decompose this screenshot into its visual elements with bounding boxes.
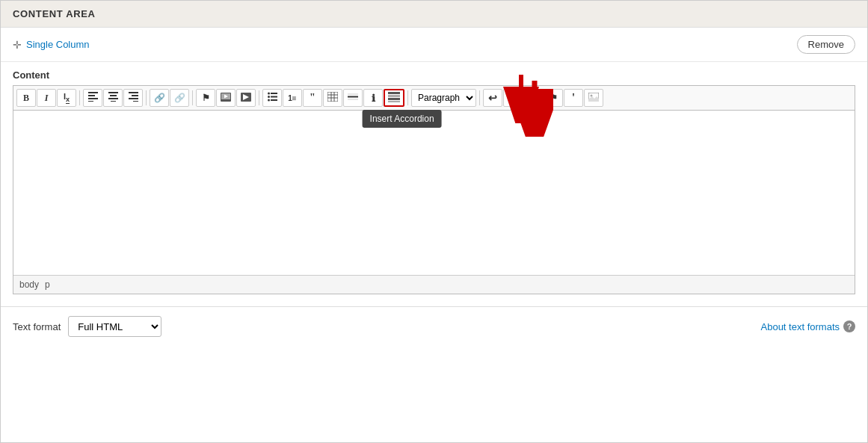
svg-rect-5 xyxy=(88,101,93,102)
image-button[interactable] xyxy=(584,89,603,107)
svg-rect-20 xyxy=(271,93,277,94)
italic-button[interactable]: I xyxy=(37,89,56,107)
outer-container: CONTENT AREA ✛ Single Column Remove Cont… xyxy=(0,0,868,443)
accordion-icon xyxy=(388,92,400,105)
svg-point-21 xyxy=(268,96,270,98)
svg-rect-8 xyxy=(108,98,118,99)
about-text-formats[interactable]: About text formats ? xyxy=(761,320,856,332)
svg-rect-36 xyxy=(388,101,400,102)
editor-body[interactable] xyxy=(13,111,855,275)
about-text-formats-label: About text formats xyxy=(761,321,840,332)
ordered-list-icon: 1≡ xyxy=(288,94,296,102)
flag2-button[interactable]: ⚑ xyxy=(544,89,563,107)
content-label: Content xyxy=(13,62,855,85)
content-section: Content B I Ix xyxy=(1,62,867,306)
svg-rect-6 xyxy=(108,92,118,93)
separator-6 xyxy=(479,90,480,105)
italic-icon: I xyxy=(45,93,49,104)
anchor-icon: ⚑ xyxy=(202,93,210,103)
align-left-button[interactable] xyxy=(83,89,102,107)
embed1-icon xyxy=(221,93,231,104)
accordion-button[interactable] xyxy=(384,89,404,107)
content-area-header: CONTENT AREA xyxy=(1,1,867,28)
content-area-title: CONTENT AREA xyxy=(13,8,96,19)
link-button[interactable]: 🔗 xyxy=(150,89,169,107)
svg-rect-22 xyxy=(271,96,277,98)
svg-rect-25 xyxy=(327,92,338,102)
undo-button[interactable]: ↩ xyxy=(483,89,502,107)
single-column-row: ✛ Single Column Remove xyxy=(1,28,867,62)
paragraph-select[interactable]: Paragraph Heading 1 Heading 2 Heading 3 xyxy=(411,89,476,107)
strikethrough-button[interactable]: Ix xyxy=(57,89,76,107)
quote-button[interactable]: ' xyxy=(564,89,583,107)
bullet-list-button[interactable] xyxy=(262,89,282,107)
embed2-button[interactable] xyxy=(236,89,256,107)
text-format-row: Text format Full HTML Basic HTML Plain t… xyxy=(1,306,867,346)
editor-container: B I Ix xyxy=(13,85,855,294)
separator-4 xyxy=(259,90,259,105)
svg-point-19 xyxy=(268,93,270,95)
align-right-button[interactable] xyxy=(123,89,143,107)
align-left-icon xyxy=(88,92,98,104)
svg-rect-7 xyxy=(110,95,117,96)
unlink-button[interactable]: 🔗 xyxy=(170,89,189,107)
svg-rect-4 xyxy=(88,98,98,99)
svg-point-23 xyxy=(268,99,270,102)
embed2-icon xyxy=(241,93,251,104)
undo-icon: ↩ xyxy=(488,92,497,104)
separator-1 xyxy=(79,90,80,105)
single-column-label[interactable]: ✛ Single Column xyxy=(13,39,90,51)
anchor-button[interactable]: ⚑ xyxy=(196,89,215,107)
ordered-list-button[interactable]: 1≡ xyxy=(283,89,302,107)
bullet-list-icon xyxy=(268,92,277,104)
svg-rect-2 xyxy=(88,92,98,93)
table-icon xyxy=(327,92,338,104)
svg-rect-33 xyxy=(388,92,400,94)
svg-rect-35 xyxy=(388,98,400,100)
separator-5 xyxy=(407,90,408,105)
svg-rect-24 xyxy=(271,99,277,101)
align-center-icon xyxy=(108,92,118,104)
align-right-icon xyxy=(129,92,138,104)
accordion-container: Insert Accordion xyxy=(384,89,404,107)
bold-button[interactable]: B xyxy=(16,89,36,107)
bold-icon: B xyxy=(23,93,29,104)
svg-rect-3 xyxy=(88,95,95,96)
text-format-label: Text format xyxy=(13,321,61,332)
flag2-icon: ⚑ xyxy=(550,93,558,103)
info-button[interactable]: ℹ xyxy=(363,89,383,107)
svg-rect-10 xyxy=(129,92,138,93)
separator-2 xyxy=(146,90,147,105)
plus-icon: ✛ xyxy=(13,39,22,51)
svg-rect-13 xyxy=(133,101,138,102)
help-icon: ? xyxy=(843,320,855,332)
svg-rect-11 xyxy=(132,95,138,96)
link-icon: 🔗 xyxy=(154,93,165,103)
info-icon: ℹ xyxy=(372,93,375,104)
strikethrough-icon: Ix xyxy=(64,92,70,103)
unlink-icon: 🔗 xyxy=(174,93,185,103)
separator-3 xyxy=(192,90,193,105)
remove-button[interactable]: Remove xyxy=(797,35,855,54)
hr-button[interactable] xyxy=(343,89,363,107)
image-icon xyxy=(588,93,599,104)
blockquote-icon: " xyxy=(310,92,316,104)
status-body: body xyxy=(19,279,39,290)
svg-rect-9 xyxy=(111,101,116,102)
status-bar: body p xyxy=(13,275,855,294)
embed1-button[interactable] xyxy=(216,89,236,107)
hr-icon xyxy=(348,92,358,104)
svg-rect-34 xyxy=(388,95,400,97)
table-button[interactable] xyxy=(323,89,342,107)
blockquote-button[interactable]: " xyxy=(303,89,322,107)
single-column-text: Single Column xyxy=(26,39,90,50)
svg-rect-12 xyxy=(129,98,138,99)
text-format-select[interactable]: Full HTML Basic HTML Plain text xyxy=(68,316,161,337)
align-center-button[interactable] xyxy=(103,89,123,107)
editor-toolbar: B I Ix xyxy=(13,86,855,111)
status-p: p xyxy=(45,279,50,290)
text-format-left: Text format Full HTML Basic HTML Plain t… xyxy=(13,316,161,337)
quote-icon: ' xyxy=(572,92,575,104)
